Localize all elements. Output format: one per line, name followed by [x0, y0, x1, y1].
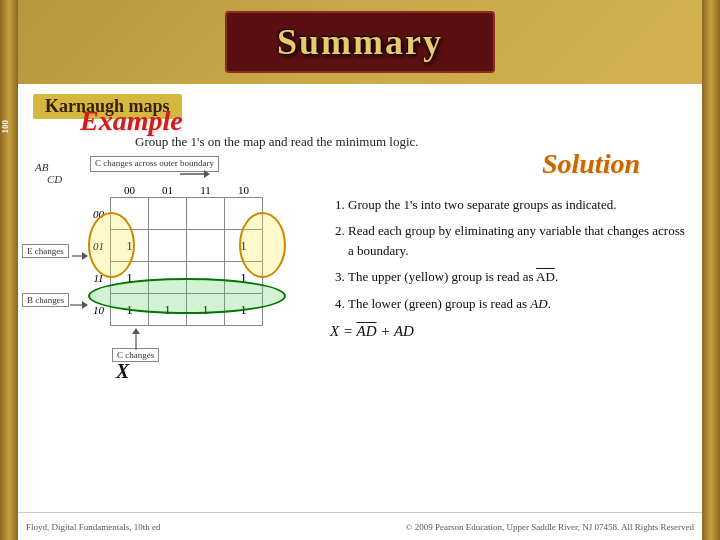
kmap-row-header-0: 00 — [87, 198, 111, 230]
kmap-table-wrapper: AB CD 00 01 11 10 00 — [87, 183, 312, 326]
c-changes-bottom-arrow — [130, 328, 142, 354]
ad: AD — [530, 296, 547, 311]
example-heading: Example — [80, 105, 183, 137]
x-variable: X — [116, 360, 129, 383]
instruction-text: Group the 1's on the map and read the mi… — [135, 134, 419, 150]
e-changes-arrow — [72, 248, 88, 266]
kmap-cell-0-1 — [149, 198, 187, 230]
kmap-cell-0-3 — [225, 198, 263, 230]
kmap-corner — [87, 183, 111, 198]
ad-bar: AD — [536, 269, 555, 284]
kmap-cell-2-0: 1 — [111, 262, 149, 294]
kmap-col-header-1: 01 — [149, 183, 187, 198]
kmap-cell-1-1 — [149, 230, 187, 262]
solution-section: Group the 1's into two separate groups a… — [330, 195, 690, 343]
b-changes-label: B changes — [22, 293, 69, 307]
solution-step-1: Group the 1's into two separate groups a… — [348, 195, 690, 215]
kmap-col-header-3: 10 — [225, 183, 263, 198]
ad-plain: AD — [394, 323, 414, 339]
svg-marker-7 — [132, 328, 140, 334]
b-changes-arrow — [70, 297, 88, 315]
left-100-label: 100 — [0, 120, 18, 134]
kmap-cell-3-2: 1 — [187, 294, 225, 326]
kmap-cell-0-0 — [111, 198, 149, 230]
svg-marker-5 — [82, 301, 88, 309]
footer-right: © 2009 Pearson Education, Upper Saddle R… — [406, 522, 694, 532]
formula: X = AD + AD — [330, 320, 690, 343]
solution-heading: Solution — [542, 148, 640, 180]
kmap-row-header-3: 10 — [87, 294, 111, 326]
kmap-table: 00 01 11 10 00 01 1 — [87, 183, 263, 326]
arrow-right — [180, 166, 210, 184]
kmap-cell-1-2 — [187, 230, 225, 262]
kmap-row-0: 00 — [87, 198, 263, 230]
kmap-section: C changes across outer boundary AB CD 00… — [22, 148, 312, 326]
kmap-col-header-0: 00 — [111, 183, 149, 198]
kmap-cell-1-0: 1 — [111, 230, 149, 262]
solution-step-2: Read each group by eliminating any varia… — [348, 221, 690, 261]
footer: Floyd, Digital Fundamentals, 10th ed © 2… — [18, 512, 702, 540]
kmap-cell-2-2 — [187, 262, 225, 294]
kmap-row-2: 11 1 1 — [87, 262, 263, 294]
solution-step-4: The lower (green) group is read as AD. — [348, 294, 690, 314]
kmap-row-header-2: 11 — [87, 262, 111, 294]
footer-left: Floyd, Digital Fundamentals, 10th ed — [26, 522, 161, 532]
kmap-row-3: 10 1 1 1 1 — [87, 294, 263, 326]
kmap-cell-2-3: 1 — [225, 262, 263, 294]
kmap-cell-3-1: 1 — [149, 294, 187, 326]
kmap-row-header-1: 01 — [87, 230, 111, 262]
svg-marker-3 — [82, 252, 88, 260]
header: Summary — [0, 0, 720, 84]
kmap-col-header-2: 11 — [187, 183, 225, 198]
solution-list: Group the 1's into two separate groups a… — [330, 195, 690, 314]
page-title: Summary — [277, 22, 443, 62]
a-bar: A — [357, 323, 366, 339]
e-changes-label: E changes — [22, 244, 69, 258]
kmap-row-1: 01 1 1 — [87, 230, 263, 262]
kmap-cell-2-1 — [149, 262, 187, 294]
svg-marker-1 — [204, 170, 210, 178]
d-bar: D — [366, 323, 377, 339]
kmap-cell-0-2 — [187, 198, 225, 230]
kmap-cell-1-3: 1 — [225, 230, 263, 262]
summary-box: Summary — [225, 11, 495, 73]
ab-cd-label: AB CD — [35, 161, 62, 185]
solution-step-3: The upper (yellow) group is read as AD. — [348, 267, 690, 287]
kmap-cell-3-0: 1 — [111, 294, 149, 326]
kmap-cell-3-3: 1 — [225, 294, 263, 326]
